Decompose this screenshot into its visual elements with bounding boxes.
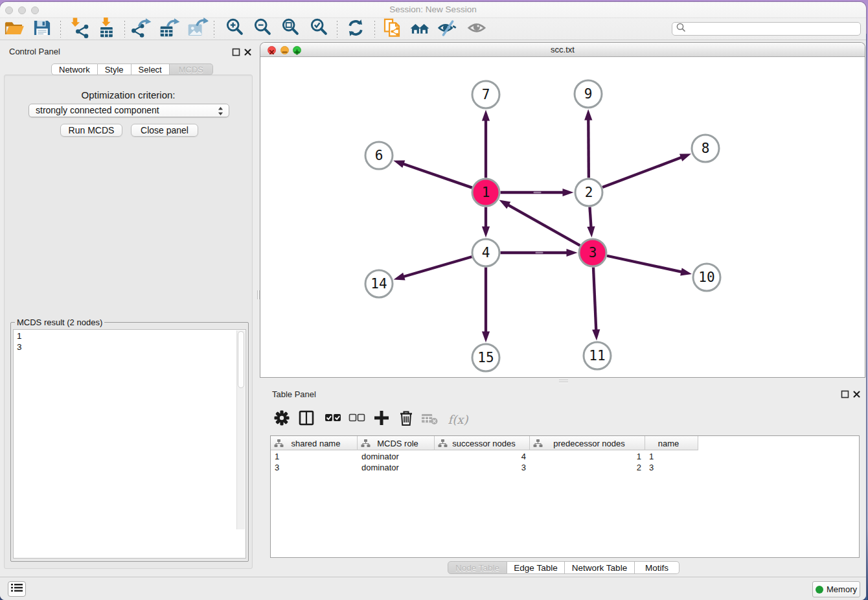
cell-shared-name[interactable]: 1: [271, 451, 358, 462]
tab-select[interactable]: Select: [131, 63, 170, 75]
tree-icon: [361, 439, 371, 448]
table-row-1[interactable]: 1dominator411: [271, 451, 698, 462]
tab-network-table[interactable]: Network Table: [565, 561, 635, 574]
horizontal-divider-grip2[interactable]: [559, 382, 568, 383]
edge-2-8[interactable]: [602, 157, 682, 187]
tab-mcds[interactable]: MCDS: [170, 63, 213, 75]
memory-button[interactable]: Memory: [812, 581, 860, 597]
edge-1-6[interactable]: [402, 164, 472, 188]
cell-shared-name[interactable]: 3: [271, 462, 358, 473]
table-close-icon[interactable]: [852, 389, 861, 398]
control-panel-title: Control Panel: [9, 47, 60, 56]
graph-node-label-4: 4: [482, 245, 490, 260]
edge-arrow-3-11: [592, 329, 600, 340]
cell-successor-nodes[interactable]: 4: [435, 451, 530, 462]
table-row-3[interactable]: 3dominator323: [271, 462, 698, 473]
column-header-name[interactable]: name: [645, 436, 698, 450]
column-header-shared-name[interactable]: shared name: [271, 436, 358, 450]
table-float-icon[interactable]: [841, 389, 849, 398]
vertical-divider-grip[interactable]: [257, 290, 258, 299]
plus-icon: [372, 408, 391, 430]
graph-node-label-7: 7: [482, 87, 490, 102]
edge-label-mark: [536, 252, 543, 253]
cell-name[interactable]: 1: [645, 451, 698, 462]
edge-arrow-2-9: [584, 109, 592, 120]
memory-label: Memory: [827, 584, 857, 594]
edge-3-10[interactable]: [607, 256, 682, 272]
column-header-predecessor-nodes[interactable]: predecessor nodes: [530, 436, 645, 450]
cell-predecessor-nodes[interactable]: 1: [530, 451, 645, 462]
cell-name[interactable]: 3: [645, 462, 698, 473]
control-panel-tabs: NetworkStyleSelectMCDS: [51, 63, 213, 75]
go-home-button[interactable]: [409, 19, 430, 39]
panel-selector-button[interactable]: [8, 581, 26, 597]
cell-successor-nodes[interactable]: 3: [435, 462, 530, 473]
network-maximize-button[interactable]: [293, 46, 301, 54]
zoom-selected-button[interactable]: [309, 19, 330, 39]
float-panel-icon[interactable]: [232, 47, 240, 56]
gear-icon: [272, 408, 291, 430]
eye-icon: [468, 18, 487, 40]
edge-arrow-3-10: [680, 268, 692, 275]
toolbar-separator: [374, 21, 375, 38]
select-all-button[interactable]: [322, 410, 344, 429]
column-header-label: successor nodes: [448, 439, 529, 448]
list-icon: [11, 583, 23, 595]
create-column-button[interactable]: [371, 410, 393, 429]
edge-3-1[interactable]: [508, 205, 580, 246]
show-columns-button[interactable]: [295, 410, 317, 429]
cell-MCDS-role[interactable]: dominator: [358, 462, 435, 473]
cell-MCDS-role[interactable]: dominator: [358, 451, 435, 462]
mcds-result-textarea[interactable]: 1 3: [13, 329, 246, 559]
network-minimize-button[interactable]: [280, 46, 289, 54]
refresh-icon: [346, 18, 365, 40]
edge-arrow-1-6: [393, 160, 405, 168]
table-options-button[interactable]: [271, 410, 293, 429]
network-window-titlebar[interactable]: scc.txt: [260, 43, 865, 57]
tab-edge-table[interactable]: Edge Table: [507, 561, 565, 574]
edge-4-14[interactable]: [403, 257, 472, 277]
search-box[interactable]: [672, 22, 861, 36]
close-panel-button[interactable]: Close panel: [131, 124, 198, 137]
edge-3-11[interactable]: [593, 267, 596, 330]
optimization-criterion-select[interactable]: strongly connected component: [29, 104, 229, 117]
deselect-all-button[interactable]: [346, 410, 368, 429]
graph-node-label-9: 9: [584, 86, 593, 102]
edge-2-9[interactable]: [588, 119, 589, 178]
horizontal-divider-grip[interactable]: [559, 380, 568, 381]
status-bar: [0, 577, 866, 600]
close-panel-icon[interactable]: [244, 47, 252, 56]
apply-layout-button[interactable]: [345, 19, 366, 39]
delete-column-button[interactable]: [395, 410, 417, 429]
tab-style[interactable]: Style: [98, 63, 131, 75]
cell-predecessor-nodes[interactable]: 2: [530, 462, 645, 473]
graph-node-label-14: 14: [371, 276, 387, 292]
column-header-label: predecessor nodes: [543, 439, 645, 448]
search-input[interactable]: [687, 25, 860, 34]
tab-network[interactable]: Network: [51, 63, 98, 75]
network-close-button[interactable]: [268, 46, 276, 54]
zoom-selected-icon: [310, 18, 329, 40]
clone-network-button[interactable]: [382, 19, 402, 39]
hide-details-button[interactable]: [437, 19, 458, 39]
tree-icon: [438, 439, 448, 448]
graph-node-label-3: 3: [589, 245, 597, 260]
column-header-successor-nodes[interactable]: successor nodes: [435, 436, 530, 450]
tab-node-table[interactable]: Node Table: [448, 561, 507, 574]
run-mcds-button[interactable]: Run MCDS: [60, 124, 122, 137]
select-all-icon: [323, 408, 343, 430]
column-header-MCDS-role[interactable]: MCDS role: [358, 436, 435, 450]
tab-motifs[interactable]: Motifs: [635, 561, 680, 574]
edge-arrow-1-2: [563, 189, 574, 196]
network-canvas[interactable]: 7968124314101511: [260, 57, 865, 377]
mcds-result-group: MCDS result (2 nodes) 1 3: [10, 322, 249, 562]
graph-node-label-8: 8: [702, 141, 710, 156]
zoom-fit-icon: [281, 18, 301, 40]
edge-2-3[interactable]: [589, 207, 591, 227]
toolbar-separator: [337, 21, 337, 38]
show-details-button[interactable]: [467, 19, 488, 39]
result-scrollbar[interactable]: [236, 330, 245, 529]
result-scrollbar-thumb[interactable]: [238, 331, 244, 388]
deselect-all-icon: [347, 408, 367, 430]
zoom-fit-button[interactable]: [280, 19, 301, 39]
